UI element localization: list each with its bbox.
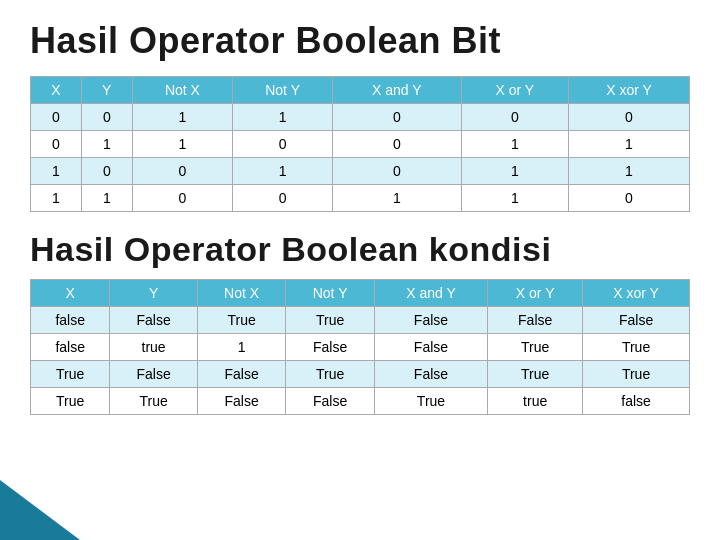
table-header: Not X xyxy=(132,77,232,104)
table-header: Y xyxy=(110,280,197,307)
table-cell: 1 xyxy=(569,131,690,158)
table-cell: 1 xyxy=(31,185,82,212)
bottom-accent xyxy=(0,480,80,540)
table-row: TrueFalseFalseTrueFalseTrueTrue xyxy=(31,361,690,388)
table-cell: True xyxy=(286,361,374,388)
table-cell: 1 xyxy=(333,185,462,212)
table-cell: 1 xyxy=(233,158,333,185)
table-row: 0011000 xyxy=(31,104,690,131)
table-cell: 0 xyxy=(31,131,82,158)
table-cell: true xyxy=(488,388,583,415)
table-cell: False xyxy=(583,307,690,334)
table-cell: 0 xyxy=(333,158,462,185)
table-cell: False xyxy=(197,388,286,415)
table-cell: 1 xyxy=(31,158,82,185)
table-cell: True xyxy=(286,307,374,334)
table-cell: 0 xyxy=(132,158,232,185)
table-cell: False xyxy=(374,307,488,334)
table-cell: 1 xyxy=(132,131,232,158)
table-cell: True xyxy=(488,334,583,361)
page-title-2: Hasil Operator Boolean kondisi xyxy=(30,230,690,269)
table-row: 1100110 xyxy=(31,185,690,212)
table-cell: 0 xyxy=(31,104,82,131)
table-cell: False xyxy=(197,361,286,388)
table-header: X and Y xyxy=(333,77,462,104)
table-cell: False xyxy=(286,388,374,415)
table-header: X and Y xyxy=(374,280,488,307)
table-cell: 0 xyxy=(333,104,462,131)
table-cell: True xyxy=(110,388,197,415)
table-cell: False xyxy=(488,307,583,334)
table-cell: 0 xyxy=(333,131,462,158)
table-cell: 1 xyxy=(569,158,690,185)
table-cell: True xyxy=(31,388,110,415)
table-cell: 1 xyxy=(81,185,132,212)
table-cell: True xyxy=(374,388,488,415)
table-cell: 0 xyxy=(233,131,333,158)
table-cell: True xyxy=(583,361,690,388)
table-header: X xor Y xyxy=(569,77,690,104)
table-cell: False xyxy=(286,334,374,361)
table-cell: True xyxy=(583,334,690,361)
table-row: 0110011 xyxy=(31,131,690,158)
table-cell: 0 xyxy=(81,158,132,185)
table-cell: false xyxy=(31,307,110,334)
page-title-1: Hasil Operator Boolean Bit xyxy=(30,20,690,62)
boolean-bit-table: XYNot XNot YX and YX or YX xor Y 0011000… xyxy=(30,76,690,212)
table-header: Not X xyxy=(197,280,286,307)
table-cell: true xyxy=(110,334,197,361)
table-header: Not Y xyxy=(286,280,374,307)
table-cell: 1 xyxy=(197,334,286,361)
table-cell: false xyxy=(31,334,110,361)
table-cell: 1 xyxy=(461,185,568,212)
table-header: X xyxy=(31,77,82,104)
table-row: TrueTrueFalseFalseTruetruefalse xyxy=(31,388,690,415)
table-cell: 0 xyxy=(461,104,568,131)
table-cell: 1 xyxy=(81,131,132,158)
table-cell: True xyxy=(197,307,286,334)
table-cell: False xyxy=(110,307,197,334)
table-header: Y xyxy=(81,77,132,104)
table-cell: True xyxy=(31,361,110,388)
table-cell: False xyxy=(110,361,197,388)
table-row: 1001011 xyxy=(31,158,690,185)
table-cell: 0 xyxy=(233,185,333,212)
table-cell: 1 xyxy=(461,158,568,185)
table-header: X or Y xyxy=(488,280,583,307)
table-cell: 0 xyxy=(569,185,690,212)
table-cell: 0 xyxy=(81,104,132,131)
table-header: X or Y xyxy=(461,77,568,104)
table-cell: True xyxy=(488,361,583,388)
table-row: falseFalseTrueTrueFalseFalseFalse xyxy=(31,307,690,334)
table-row: falsetrue1FalseFalseTrueTrue xyxy=(31,334,690,361)
table-cell: False xyxy=(374,361,488,388)
table-cell: false xyxy=(583,388,690,415)
table-header: Not Y xyxy=(233,77,333,104)
table-cell: 1 xyxy=(461,131,568,158)
table-cell: 0 xyxy=(132,185,232,212)
table-header: X xyxy=(31,280,110,307)
table-cell: False xyxy=(374,334,488,361)
table-cell: 1 xyxy=(132,104,232,131)
boolean-kondisi-table: XYNot XNot YX and YX or YX xor Y falseFa… xyxy=(30,279,690,415)
table-cell: 0 xyxy=(569,104,690,131)
table-cell: 1 xyxy=(233,104,333,131)
table-header: X xor Y xyxy=(583,280,690,307)
